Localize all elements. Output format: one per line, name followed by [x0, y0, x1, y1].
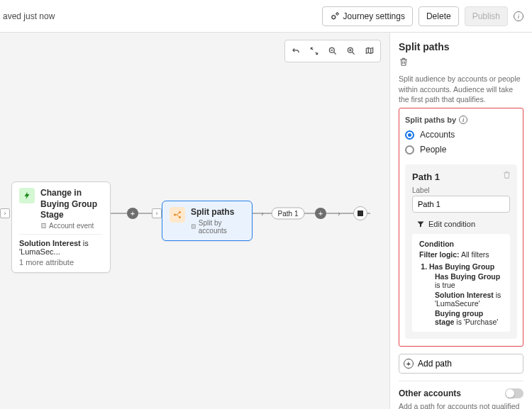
chevron-right-icon: ›: [260, 211, 265, 216]
other-accounts-toggle[interactable]: [505, 388, 523, 398]
chevron-right-icon: ›: [336, 211, 342, 216]
delete-button[interactable]: Delete: [419, 6, 459, 26]
condition-box: Condition Filter logic: All filters Has …: [412, 234, 510, 332]
node-title: Change in Buying Group Stage: [40, 188, 103, 221]
gear-icon: [330, 11, 340, 21]
node-subtype: Split by accounts: [191, 219, 245, 235]
svg-point-6: [179, 212, 181, 213]
node-split-paths[interactable]: Split paths Split by accounts: [162, 201, 253, 241]
label-field-label: Label: [412, 186, 510, 194]
zoom-out-icon[interactable]: [323, 42, 342, 60]
panel-title: Split paths: [399, 41, 523, 52]
split-icon: [170, 207, 185, 223]
svg-point-1: [336, 13, 338, 15]
svg-rect-4: [42, 223, 45, 228]
svg-rect-8: [192, 225, 196, 228]
zoom-in-icon[interactable]: [342, 42, 360, 60]
path-label-input[interactable]: [412, 196, 510, 213]
node-title: Split paths: [191, 207, 245, 218]
condition-heading: Condition: [419, 240, 504, 248]
path-label-pill[interactable]: Path 1: [272, 208, 305, 220]
filter-logic: Filter logic: All filters: [419, 250, 504, 259]
divider: [399, 381, 523, 381]
save-status: aved just now: [0, 11, 55, 21]
svg-point-5: [174, 214, 176, 215]
path-heading: Path 1: [412, 172, 510, 182]
delete-node-button[interactable]: [399, 57, 409, 67]
building-icon: [191, 223, 196, 230]
info-icon[interactable]: i: [514, 11, 523, 21]
edit-condition-button[interactable]: Edit condition: [412, 220, 510, 228]
filter-icon: [416, 220, 425, 228]
radio-people[interactable]: People: [405, 145, 517, 155]
right-panel: Split paths Split audience by accounts o…: [390, 33, 532, 409]
split-by-label: Split paths by i: [405, 116, 517, 124]
svg-point-0: [331, 15, 335, 18]
condition-list: Has Buying Group Has Buying Group is tru…: [419, 262, 504, 326]
other-accounts-heading: Other accounts: [399, 388, 461, 398]
building-icon: [40, 223, 47, 229]
delete-path-button[interactable]: [502, 170, 511, 179]
map-icon[interactable]: [360, 42, 379, 60]
node-account-event[interactable]: Change in Buying Group Stage Account eve…: [11, 181, 111, 273]
journey-canvas[interactable]: Change in Buying Group Stage Account eve…: [0, 33, 390, 409]
undo-icon[interactable]: [287, 42, 305, 60]
canvas-toolbar: [284, 40, 381, 62]
split-by-radio-group: Accounts People: [405, 130, 517, 155]
add-path-button[interactable]: + Add path: [399, 354, 523, 374]
plus-circle-icon: +: [404, 359, 414, 369]
node-attributes: Solution Interest is 'LumaSec... 1 more …: [19, 234, 103, 267]
fit-icon[interactable]: [305, 42, 323, 60]
publish-button: Publish: [465, 6, 508, 26]
journey-settings-button[interactable]: Journey settings: [322, 6, 413, 26]
lightning-icon: [19, 188, 35, 203]
top-bar: aved just now Journey settings Delete Pu…: [0, 0, 532, 33]
add-node-button[interactable]: +: [127, 208, 138, 219]
path-card: Path 1 Label Edit condition Condition Fi…: [405, 164, 517, 339]
info-icon[interactable]: i: [459, 116, 467, 124]
panel-description: Split audience by accounts or people wit…: [399, 74, 523, 105]
svg-point-7: [179, 217, 181, 218]
split-config-section: Split paths by i Accounts People Path 1 …: [399, 108, 523, 347]
add-node-button[interactable]: +: [315, 208, 326, 219]
end-node[interactable]: [353, 206, 367, 220]
node-subtype: Account event: [40, 222, 103, 230]
other-accounts-row: Other accounts: [399, 388, 523, 398]
topbar-actions: Journey settings Delete Publish i: [322, 6, 523, 26]
radio-accounts[interactable]: Accounts: [405, 130, 517, 140]
main: Change in Buying Group Stage Account eve…: [0, 33, 532, 409]
other-accounts-description: Add a path for accounts not qualified fo…: [399, 401, 523, 409]
chevron-right-icon: ›: [152, 208, 162, 218]
chevron-right-icon: ›: [0, 208, 10, 218]
